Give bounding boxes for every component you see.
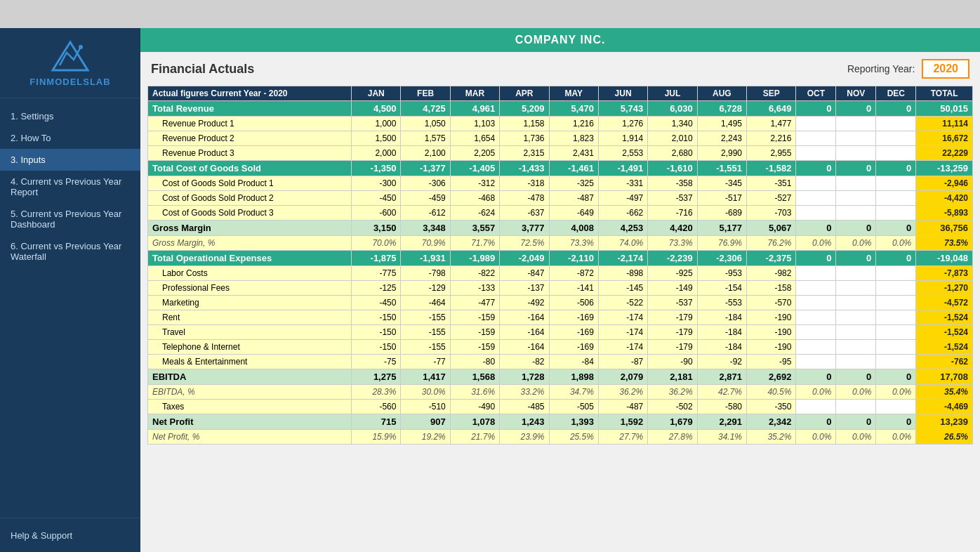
row-cell: -1,350	[352, 161, 401, 176]
row-cell: -560	[352, 400, 401, 414]
row-cell	[796, 191, 836, 206]
col-header-feb: FEB	[401, 86, 450, 101]
col-header-aug: AUG	[697, 86, 746, 101]
row-cell: -87	[598, 355, 647, 369]
row-cell	[796, 131, 836, 146]
row-cell	[796, 281, 836, 296]
row-cell: -505	[549, 400, 598, 414]
row-cell: 1,575	[401, 131, 450, 146]
row-label: Taxes	[148, 400, 352, 414]
sidebar-item-current-prev-waterfall[interactable]: 6. Current vs Previous Year Waterfall	[0, 235, 140, 268]
row-cell: -1,875	[352, 251, 401, 266]
row-cell: -77	[401, 355, 450, 369]
row-cell: -477	[450, 296, 499, 310]
row-label: Net Profit	[148, 414, 352, 430]
row-cell: -155	[401, 310, 450, 325]
row-cell: -527	[747, 191, 796, 206]
row-cell: 0	[796, 221, 836, 236]
reporting-year-section: Reporting Year: 2020	[847, 59, 969, 79]
row-cell: -331	[598, 176, 647, 191]
row-cell: -450	[352, 296, 401, 310]
row-cell: 6,728	[697, 101, 746, 117]
col-header-apr: APR	[500, 86, 549, 101]
row-cell: 1,679	[648, 414, 697, 430]
row-cell: 2,315	[500, 146, 549, 161]
row-cell	[876, 296, 916, 310]
row-cell	[836, 281, 876, 296]
row-cell: -487	[598, 400, 647, 414]
row-label: EBITDA	[148, 369, 352, 385]
row-cell: 2,680	[648, 146, 697, 161]
row-cell: 4,008	[549, 221, 598, 236]
sidebar-item-howto[interactable]: 2. How To	[0, 127, 140, 149]
row-cell: 2,205	[450, 146, 499, 161]
row-cell: -150	[352, 340, 401, 355]
row-cell: -80	[450, 355, 499, 369]
row-cell: -716	[648, 206, 697, 221]
row-cell: -169	[549, 340, 598, 355]
row-cell	[836, 310, 876, 325]
row-cell: -133	[450, 281, 499, 296]
row-cell: 3,150	[352, 221, 401, 236]
row-cell: 76.9%	[697, 236, 746, 251]
row-cell: 1,477	[747, 117, 796, 131]
row-cell: -1,491	[598, 161, 647, 176]
row-cell: 2,955	[747, 146, 796, 161]
col-header-nov: NOV	[836, 86, 876, 101]
row-cell: -184	[697, 325, 746, 340]
row-cell: 36,756	[916, 221, 973, 236]
row-cell: -1,270	[916, 281, 973, 296]
row-cell: 1,914	[598, 131, 647, 146]
row-cell: 1,823	[549, 131, 598, 146]
sidebar-logo: FINMODELSLAB	[0, 28, 140, 98]
row-cell: 2,216	[747, 131, 796, 146]
row-cell: -159	[450, 340, 499, 355]
row-cell: -164	[500, 340, 549, 355]
row-cell: 1,654	[450, 131, 499, 146]
row-cell	[796, 340, 836, 355]
row-cell: -190	[747, 340, 796, 355]
row-cell: -164	[500, 310, 549, 325]
row-cell: -84	[549, 355, 598, 369]
sidebar-item-current-prev-dashboard[interactable]: 5. Current vs Previous Year Dashboard	[0, 203, 140, 235]
reporting-year-label: Reporting Year:	[847, 63, 915, 74]
row-cell	[796, 310, 836, 325]
row-cell: -600	[352, 206, 401, 221]
table-row: EBITDA, %28.3%30.0%31.6%33.2%34.7%36.2%3…	[148, 385, 973, 400]
row-cell: 73.5%	[916, 236, 973, 251]
row-cell: 0.0%	[836, 385, 876, 400]
row-cell: -464	[401, 296, 450, 310]
row-label: Marketing	[148, 296, 352, 310]
row-cell: -703	[747, 206, 796, 221]
row-cell: -2,110	[549, 251, 598, 266]
row-cell: 1,243	[500, 414, 549, 430]
sidebar-item-settings[interactable]: 1. Settings	[0, 105, 140, 127]
row-cell: 50,015	[916, 101, 973, 117]
row-cell: 1,592	[598, 414, 647, 430]
row-cell: -689	[697, 206, 746, 221]
row-cell: 70.9%	[401, 236, 450, 251]
row-cell: -184	[697, 310, 746, 325]
row-label: Total Cost of Goods Sold	[148, 161, 352, 176]
sidebar-item-inputs[interactable]: 3. Inputs	[0, 149, 140, 171]
table-row: Revenue Product 11,0001,0501,1031,1581,2…	[148, 117, 973, 131]
row-cell	[836, 296, 876, 310]
logo-text: FINMODELSLAB	[29, 77, 110, 87]
row-cell: 33.2%	[500, 385, 549, 400]
sidebar-item-current-prev-report[interactable]: 4. Current vs Previous Year Report	[0, 171, 140, 203]
table-row: Marketing-450-464-477-492-506-522-537-55…	[148, 296, 973, 310]
app-window: FINMODELSLAB 1. Settings 2. How To 3. In…	[0, 0, 980, 552]
row-cell: 1,393	[549, 414, 598, 430]
row-cell: 30.0%	[401, 385, 450, 400]
help-support-link[interactable]: Help & Support	[11, 530, 72, 541]
row-label: Net Profit, %	[148, 430, 352, 445]
row-label: Rent	[148, 310, 352, 325]
row-cell: -570	[747, 296, 796, 310]
row-cell: -953	[697, 266, 746, 281]
sidebar: FINMODELSLAB 1. Settings 2. How To 3. In…	[0, 28, 140, 552]
row-cell: 2,990	[697, 146, 746, 161]
table-row: Gross Margin3,1503,3483,5573,7774,0084,2…	[148, 221, 973, 236]
row-cell: -174	[598, 310, 647, 325]
row-label: Total Revenue	[148, 101, 352, 117]
row-cell: -798	[401, 266, 450, 281]
